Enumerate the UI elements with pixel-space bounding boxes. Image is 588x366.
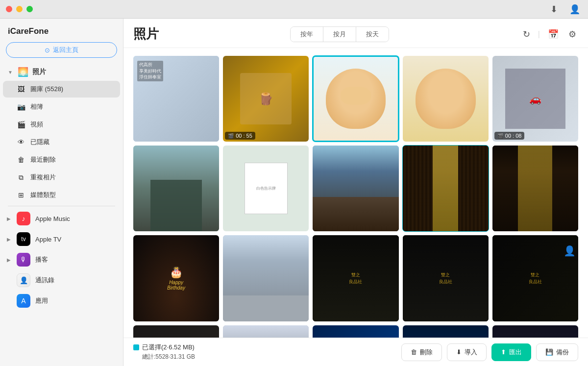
sidebar-albums-label: 相簿 [30, 102, 43, 111]
photo-item-street2[interactable] [223, 235, 309, 321]
photo-item-restaurant1[interactable]: 雙之良品社 [313, 235, 398, 321]
import-button[interactable]: ⬇ 導入 [447, 343, 487, 361]
photo-item-video1[interactable]: 🪵 🎬 00 : 55 [223, 56, 309, 142]
photo-item-restaurant2[interactable]: 雙之良品社 [403, 235, 489, 321]
delete-button[interactable]: 🗑 刪除 [401, 343, 442, 361]
sidebar-item-videos[interactable]: 🎬 視頻 [3, 116, 120, 133]
back-arrow-icon: ⊙ [45, 47, 50, 54]
backup-icon: 💾 [545, 348, 553, 356]
sidebar: iCareFone ⊙ 返回主頁 ▼ 🌅 照片 🖼 圖庫 (5528) 📷 相簿… [0, 19, 123, 366]
photo-item-baby1[interactable] [313, 56, 398, 142]
filter-tabs: 按年 按月 按天 [290, 26, 389, 42]
total-label: 總計:5528·31.31 GB [133, 353, 195, 361]
video-duration: 00 : 55 [236, 133, 252, 139]
refresh-icon[interactable]: ↻ [521, 27, 532, 42]
filter-by-day[interactable]: 按天 [356, 27, 389, 42]
app-logo: iCareFone [0, 19, 123, 40]
settings-icon[interactable]: ⚙ [566, 27, 578, 42]
filter-by-year[interactable]: 按年 [291, 27, 323, 42]
photo-item-screen2[interactable]: 🌊 [403, 325, 489, 338]
backup-label: 備份 [556, 348, 569, 357]
sidebar-item-appstore[interactable]: ▶ A 應用 [0, 291, 123, 311]
sidebar-divider [8, 206, 115, 206]
selection-label: 已選擇(2·6.52 MB) [142, 343, 195, 352]
back-to-home-button[interactable]: ⊙ 返回主頁 [6, 42, 117, 58]
appstore-label: 應用 [35, 296, 48, 305]
sidebar-item-albums[interactable]: 📷 相簿 [3, 98, 120, 115]
tv-chevron-icon: ▶ [7, 237, 11, 242]
selection-primary: 已選擇(2·6.52 MB) [133, 343, 195, 352]
sidebar-videos-label: 視頻 [30, 120, 43, 129]
trash-icon: 🗑 [411, 348, 417, 356]
hidden-icon: 👁 [17, 138, 25, 146]
delete-label: 刪除 [420, 348, 433, 357]
sidebar-photos-section[interactable]: ▼ 🌅 照片 [0, 64, 123, 80]
minimize-button[interactable] [16, 6, 23, 12]
import-icon: ⬇ [456, 348, 462, 356]
back-button-label: 返回主頁 [53, 46, 78, 54]
sidebar-item-hidden[interactable]: 👁 已隱藏 [3, 134, 120, 150]
sidebar-library-label: 圖庫 (5528) [30, 85, 63, 94]
import-label: 導入 [465, 348, 477, 357]
video-duration-badge2: 🎬 00 : 08 [494, 132, 525, 140]
photo-item-crowd[interactable]: 👥 [133, 325, 219, 338]
calendar-icon[interactable]: 📅 [546, 27, 561, 42]
photo-item-baby2[interactable] [403, 56, 489, 142]
apple-music-label: Apple Music [35, 215, 70, 222]
content-header: 照片 按年 按月 按天 ↻ | 📅 ⚙ [123, 19, 588, 48]
app-container: iCareFone ⊙ 返回主頁 ▼ 🌅 照片 🖼 圖庫 (5528) 📷 相簿… [0, 19, 588, 366]
media-type-icon: ⊞ [17, 191, 25, 199]
export-icon: ⬆ [501, 348, 506, 356]
photo-grid: 代高所享美好時代浮住師奉室 🪵 🎬 00 : 55 [133, 56, 578, 338]
videos-icon: 🎬 [17, 120, 25, 129]
selection-info: 已選擇(2·6.52 MB) 總計:5528·31.31 GB [133, 343, 195, 361]
maximize-button[interactable] [26, 6, 33, 12]
selection-indicator [133, 344, 139, 350]
sidebar-item-media-type[interactable]: ⊞ 媒體類型 [3, 187, 120, 203]
backup-button[interactable]: 💾 備份 [536, 343, 578, 361]
podcasts-icon: 🎙 [17, 253, 30, 267]
photo-item-bookstore2[interactable] [492, 146, 578, 231]
photo-item-outdoor[interactable] [313, 146, 398, 231]
video-duration-badge: 🎬 00 : 55 [225, 132, 255, 140]
duplicate-icon: ⧉ [17, 173, 25, 182]
sidebar-deleted-label: 最近刪除 [30, 155, 56, 164]
title-bar-right: ⬇ 👤 [548, 2, 582, 17]
photos-section-icon: 🌅 [18, 67, 28, 77]
header-actions: ↻ | 📅 ⚙ [521, 27, 578, 42]
photo-item-bookstore[interactable] [403, 146, 489, 231]
export-button[interactable]: ⬆ 匯出 [491, 343, 531, 361]
bottom-actions: 🗑 刪除 ⬇ 導入 ⬆ 匯出 💾 備份 [401, 343, 578, 361]
header-separator: | [538, 30, 540, 39]
sidebar-hidden-label: 已隱藏 [30, 138, 49, 146]
contacts-label: 通訊錄 [35, 276, 54, 285]
photo-item-screen1[interactable]: 🖥 [313, 325, 398, 338]
photo-item[interactable]: 代高所享美好時代浮住師奉室 [133, 56, 219, 142]
photo-grid-container[interactable]: 代高所享美好時代浮住師奉室 🪵 🎬 00 : 55 [123, 48, 588, 338]
profile-icon[interactable]: 👤 [567, 2, 582, 17]
photo-item-birthday[interactable]: 🎂 HappyBirthday [133, 235, 219, 321]
export-label: 匯出 [509, 348, 522, 357]
video-duration2: 00 : 08 [505, 133, 522, 139]
video-camera-icon: 🎬 [228, 133, 234, 139]
library-icon: 🖼 [17, 85, 25, 94]
sidebar-item-apple-music[interactable]: ▶ ♪ Apple Music [0, 208, 123, 229]
title-bar: ⬇ 👤 [0, 0, 588, 19]
filter-by-month[interactable]: 按月 [323, 27, 356, 42]
photo-item-apps[interactable]: 📱 🎮 📺 🎵 [492, 325, 578, 338]
photo-item-video2[interactable]: 🚗 🎬 00 : 08 [492, 56, 578, 142]
sidebar-item-podcasts[interactable]: ▶ 🎙 播客 [0, 249, 123, 270]
photos-section-label: 照片 [32, 68, 46, 76]
close-button[interactable] [6, 6, 12, 12]
sidebar-item-apple-tv[interactable]: ▶ tv Apple TV [0, 229, 123, 249]
photo-item-sign[interactable]: 白色告示牌 [223, 146, 309, 231]
photo-item-restaurant3[interactable]: 雙之良品社 👤 [492, 235, 578, 321]
photo-item-street[interactable] [133, 146, 219, 231]
sidebar-item-duplicate[interactable]: ⧉ 重複相片 [3, 169, 120, 186]
sidebar-item-contacts[interactable]: ▶ 👤 通訊錄 [0, 270, 123, 291]
sidebar-item-library[interactable]: 🖼 圖庫 (5528) [3, 81, 120, 98]
sidebar-duplicate-label: 重複相片 [30, 173, 56, 182]
photo-item-plaza[interactable] [223, 325, 309, 338]
download-icon[interactable]: ⬇ [548, 2, 560, 17]
sidebar-item-recently-deleted[interactable]: 🗑 最近刪除 [3, 151, 120, 168]
